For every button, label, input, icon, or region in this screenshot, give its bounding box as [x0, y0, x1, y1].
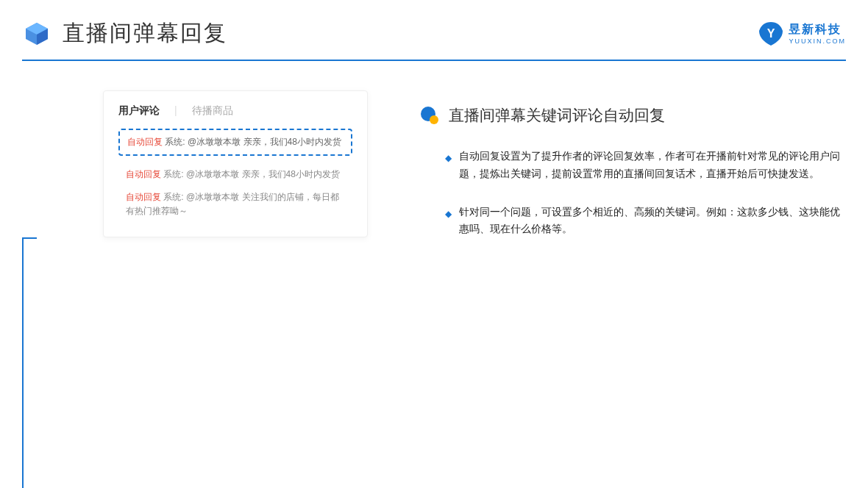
tab-user-comments[interactable]: 用户评论: [118, 104, 160, 118]
connector-line: [22, 237, 37, 239]
comment-text: 系统: @冰墩墩本墩 亲亲，我们48小时内发货: [165, 137, 341, 147]
diamond-icon: ◆: [445, 207, 452, 239]
auto-reply-tag: 自动回复: [127, 137, 163, 147]
svg-point-5: [430, 115, 438, 124]
brand-icon: Y: [758, 21, 784, 47]
section-title: 直播间弹幕关键词评论自动回复: [449, 105, 665, 126]
page-title: 直播间弹幕回复: [63, 18, 227, 49]
svg-text:Y: Y: [767, 27, 775, 40]
tab-pending-products[interactable]: 待播商品: [192, 104, 233, 118]
diamond-icon: ◆: [445, 151, 452, 183]
cube-icon: [22, 19, 51, 49]
bullet-item: ◆ 自动回复设置为了提升作者的评论回复效率，作者可在开播前针对常见的评论用户问题…: [445, 148, 846, 183]
comment-row: 自动回复 系统: @冰墩墩本墩 亲亲，我们48小时内发货: [118, 163, 352, 186]
highlighted-comment: 自动回复 系统: @冰墩墩本墩 亲亲，我们48小时内发货: [118, 129, 352, 156]
comment-row: 自动回复 系统: @冰墩墩本墩 关注我们的店铺，每日都有热门推荐呦～: [118, 186, 352, 223]
screenshot-panel: 用户评论 | 待播商品 自动回复 系统: @冰墩墩本墩 亲亲，我们48小时内发货…: [22, 90, 390, 488]
chat-bubble-icon: [419, 105, 440, 126]
bullet-item: ◆ 针对同一个问题，可设置多个相近的、高频的关键词。例如：这款多少钱、这块能优惠…: [445, 204, 846, 239]
page-header: 直播间弹幕回复 Y 昱新科技 YUUXIN.COM: [0, 0, 868, 60]
connector-line: [22, 239, 24, 488]
brand-logo: Y 昱新科技 YUUXIN.COM: [758, 21, 846, 47]
description-panel: 直播间弹幕关键词评论自动回复 ◆ 自动回复设置为了提升作者的评论回复效率，作者可…: [419, 90, 846, 488]
comment-box: 用户评论 | 待播商品 自动回复 系统: @冰墩墩本墩 亲亲，我们48小时内发货…: [103, 90, 368, 237]
brand-name: 昱新科技: [789, 22, 846, 37]
brand-url: YUUXIN.COM: [789, 37, 846, 45]
